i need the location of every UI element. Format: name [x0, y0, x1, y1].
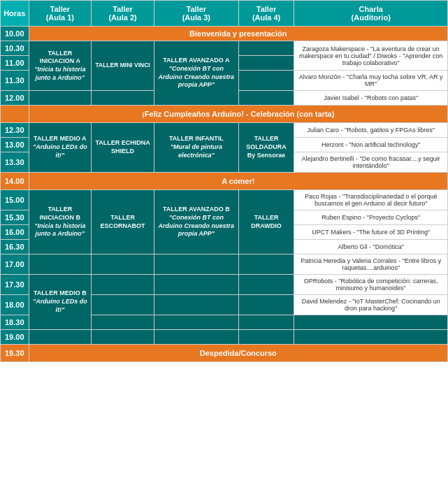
- charla-ruben: Ruben Espino - "Proyecto Cyclops": [294, 210, 448, 225]
- time-1530: 15.30: [1, 210, 29, 225]
- header-aula1: Taller(Aula 1): [29, 1, 92, 27]
- time-1900: 19.00: [1, 330, 29, 345]
- time-1000: 10.00: [1, 27, 29, 41]
- banner-row-acomer: 14.00 A comer!: [1, 173, 448, 190]
- time-1830: 18.30: [1, 315, 29, 330]
- time-1330: 13.30: [1, 152, 29, 173]
- taller-mini-vinci: TALLER MINI VINCI: [92, 41, 154, 91]
- empty-1800-aula2: [92, 295, 154, 315]
- charla-julian: Julian Caro - "Robots, gatitos y FPGAs l…: [294, 123, 448, 138]
- empty-1200-aula2: [92, 91, 154, 106]
- charla-paco: Paco Rojas - "Transdisciplinariedad o el…: [294, 190, 448, 210]
- charla-patricia: Patricia Heredia y Valeria Corrales - "E…: [294, 254, 448, 275]
- time-cumpleanos: [1, 106, 29, 123]
- taller-echidna: TALLER ECHIDNA SHIELD: [92, 123, 154, 173]
- empty-1900-aula2: [92, 330, 154, 345]
- empty-1900-aula1: [29, 330, 92, 345]
- charla-alejandro: Alejandro Bertinelli - "De como fracasar…: [294, 152, 448, 173]
- empty-1830-aula4: [238, 315, 294, 330]
- charla-herzont: Herzont - "Non artificial technology": [294, 138, 448, 152]
- taller-medio-a: TALLER MEDIO A"Arduino LEDs do it!": [29, 123, 92, 173]
- schedule-table: Horas Taller(Aula 1) Taller(Aula 2) Tall…: [0, 0, 448, 362]
- time-1600: 16.00: [1, 225, 29, 240]
- time-1930: 19.30: [1, 345, 29, 362]
- charla-zaragoza: Zaragoza Makerspace - "La aventura de cr…: [294, 41, 448, 71]
- empty-1800-aula4: [238, 295, 294, 315]
- empty-1700-aula4: [238, 254, 294, 275]
- time-1230: 12.30: [1, 123, 29, 138]
- time-1030: 10.30: [1, 41, 29, 56]
- charla-javier: Javier Isabel - "Robots con patas": [294, 91, 448, 106]
- empty-1200-aula1: [29, 91, 92, 106]
- time-1700: 17.00: [1, 254, 29, 275]
- header-aula2: Taller(Aula 2): [92, 1, 154, 27]
- charla-alberto: Alberto Gil - "Domótica": [294, 240, 448, 254]
- empty-1030-aula4: [238, 41, 294, 56]
- empty-1700-aula2: [92, 254, 154, 275]
- empty-1900-aula4: [238, 330, 294, 345]
- empty-1730-aula4: [238, 275, 294, 295]
- time-row-1500: 15.00 TALLER INICIACION B"Inicia tu hist…: [1, 190, 448, 210]
- time-row-1030: 10.30 TALLER INICIACION A"Inicia tu hist…: [1, 41, 448, 56]
- time-row-1730: 17.30 TALLER MEDIO B"Arduino LEDs do it!…: [1, 275, 448, 295]
- time-1630: 16.30: [1, 240, 29, 254]
- time-row-1230: 12.30 TALLER MEDIO A"Arduino LEDs do it!…: [1, 123, 448, 138]
- banner-acomer: A comer!: [29, 173, 447, 190]
- taller-medio-b: TALLER MEDIO B"Arduino LEDs do it!": [29, 275, 92, 330]
- charla-david: David Melendez - "IoT MasterChef: Cocina…: [294, 295, 448, 315]
- empty-1900-charla: [294, 330, 448, 345]
- time-1730: 17.30: [1, 275, 29, 295]
- time-1130: 11.30: [1, 71, 29, 91]
- header-horas: Horas: [1, 1, 29, 27]
- taller-avanzado-a: TALLER AVANZADO A"Conexión BT con Arduin…: [154, 41, 239, 106]
- banner-row-cumpleanos: ¡Feliz Cumpleaños Arduino! - Celebración…: [1, 106, 448, 123]
- header-charla: Charla(Auditorio): [294, 1, 448, 27]
- banner-cumpleanos: ¡Feliz Cumpleaños Arduino! - Celebración…: [29, 106, 447, 123]
- taller-infantil: TALLER INFANTIL"Mural de pintura electró…: [154, 123, 239, 173]
- empty-1830-aula2: [92, 315, 154, 330]
- header-aula4: Taller(Aula 4): [238, 1, 294, 27]
- empty-1700-aula3: [154, 254, 239, 275]
- empty-1100-aula4: [238, 56, 294, 71]
- empty-1830-aula3: [154, 315, 239, 330]
- time-row-1900: 19.00: [1, 330, 448, 345]
- taller-iniciacion-a: TALLER INICIACION A"Inicia tu historia j…: [29, 41, 92, 91]
- empty-1730-aula3: [154, 275, 239, 295]
- empty-1200-aula4: [238, 91, 294, 106]
- empty-1900-aula3: [154, 330, 239, 345]
- banner-despedida: Despedida/Concurso: [29, 345, 447, 362]
- taller-iniciacion-b: TALLER INICIACION B"Inicia tu historia j…: [29, 190, 92, 254]
- taller-soldadura: TALLER SOLDADURABy Sensorae: [238, 123, 294, 173]
- taller-avanzado-b: TALLER AVANZADO B"Conexión BT con Arduin…: [154, 190, 239, 254]
- time-1800: 18.00: [1, 295, 29, 315]
- empty-1700-aula1: [29, 254, 92, 275]
- charla-oprobots: OPRobots - "Robótica de competición: car…: [294, 275, 448, 295]
- charla-upct: UPCT Makers - "The future of 3D Printing…: [294, 225, 448, 240]
- empty-1830-charla: [294, 315, 448, 330]
- time-1100: 11.00: [1, 56, 29, 71]
- header-aula3: Taller(Aula 3): [154, 1, 239, 27]
- time-acomer: 14.00: [1, 173, 29, 190]
- banner-row-despedida: 19.30 Despedida/Concurso: [1, 345, 448, 362]
- empty-1130-aula4: [238, 71, 294, 91]
- empty-1730-aula2: [92, 275, 154, 295]
- time-1500: 15.00: [1, 190, 29, 210]
- taller-escornabot: TALLER ESCORNABOT: [92, 190, 154, 254]
- time-1200: 12.00: [1, 91, 29, 106]
- empty-1800-aula3: [154, 295, 239, 315]
- time-row-1000: 10.00 Bienvenida y presentación: [1, 27, 448, 41]
- time-1300: 13.00: [1, 138, 29, 152]
- charla-alvaro: Alvaro Monzón - "Charla muy tocha sobre …: [294, 71, 448, 91]
- time-row-1700: 17.00 Patricia Heredia y Valeria Corrale…: [1, 254, 448, 275]
- banner-bienvenida: Bienvenida y presentación: [29, 27, 447, 41]
- taller-drawdio: TALLER DRAWDIO: [238, 190, 294, 254]
